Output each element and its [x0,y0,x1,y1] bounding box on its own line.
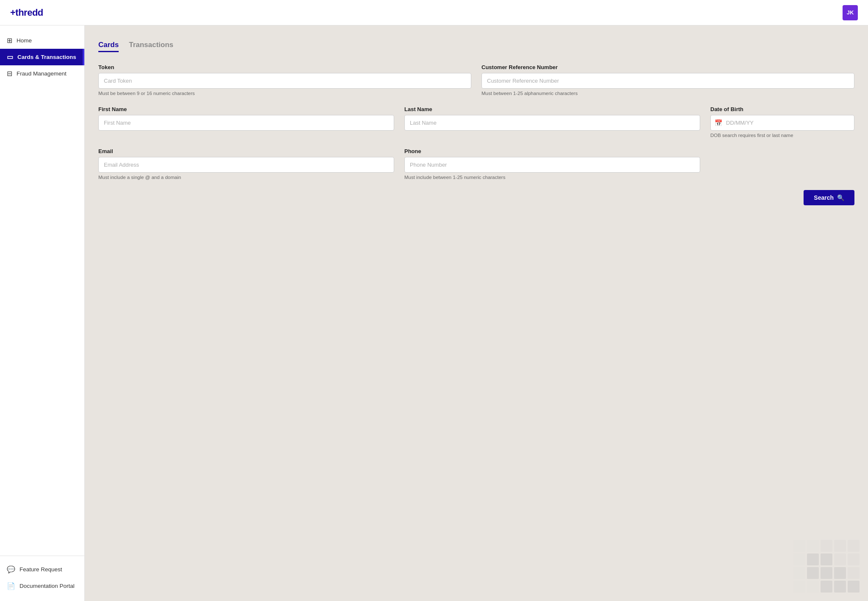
sidebar-item-label: Documentation Portal [19,583,75,589]
sidebar-item-label: Feature Request [19,566,62,573]
dob-group: Date of Birth 📅 DOB search requires firs… [710,106,854,138]
dob-input[interactable] [710,115,854,131]
email-input[interactable] [98,157,394,173]
sidebar-item-home[interactable]: ⊞ Home [0,32,84,49]
token-group: Token Must be between 9 or 16 numeric ch… [98,64,471,96]
deco-cell [807,581,819,593]
token-input[interactable] [98,73,471,89]
deco-cell [848,567,860,579]
customer-ref-group: Customer Reference Number Must between 1… [481,64,854,96]
documentation-icon: 📄 [7,582,15,590]
phone-group: Phone Must include between 1-25 numeric … [404,148,700,180]
form-row-1: Token Must be between 9 or 16 numeric ch… [98,64,854,96]
first-name-group: First Name [98,106,394,138]
user-avatar[interactable]: JK [843,5,858,20]
deco-cell [834,540,846,552]
first-name-input[interactable] [98,115,394,131]
deco-cell [821,553,832,565]
phone-hint: Must include between 1-25 numeric charac… [404,175,700,180]
deco-cell [848,581,860,593]
app-layout: ⊞ Home ▭ Cards & Transactions ⊟ Fraud Ma… [0,25,868,601]
sidebar-item-documentation-portal[interactable]: 📄 Documentation Portal [0,578,84,594]
sidebar-item-label: Cards & Transactions [17,54,76,60]
deco-cell [793,581,805,593]
deco-cell [821,581,832,593]
form-row-2: First Name Last Name Date of Birth 📅 DOB… [98,106,854,138]
email-hint: Must include a single @ and a domain [98,175,394,180]
sidebar: ⊞ Home ▭ Cards & Transactions ⊟ Fraud Ma… [0,25,85,601]
sidebar-bottom: 💬 Feature Request 📄 Documentation Portal [0,556,84,594]
phone-label: Phone [404,148,700,154]
phone-input[interactable] [404,157,700,173]
last-name-label: Last Name [404,106,700,112]
last-name-group: Last Name [404,106,700,138]
first-name-label: First Name [98,106,394,112]
app-logo: +thredd [10,7,43,18]
feature-request-icon: 💬 [7,565,15,573]
search-icon: 🔍 [837,194,844,201]
tab-cards[interactable]: Cards [98,39,119,52]
deco-cell [848,553,860,565]
sidebar-nav: ⊞ Home ▭ Cards & Transactions ⊟ Fraud Ma… [0,32,84,556]
deco-cell [848,540,860,552]
main-content: Cards Transactions Token Must be between… [85,25,868,601]
search-button[interactable]: Search 🔍 [804,190,854,205]
top-header: +thredd JK [0,0,868,25]
form-row-3: Email Must include a single @ and a doma… [98,148,854,180]
search-form: Token Must be between 9 or 16 numeric ch… [98,64,854,205]
customer-ref-hint: Must between 1-25 alphanumeric character… [481,91,854,96]
deco-cell [807,567,819,579]
search-button-label: Search [814,194,834,201]
token-label: Token [98,64,471,70]
dob-label: Date of Birth [710,106,854,112]
deco-cell [807,540,819,552]
token-hint: Must be between 9 or 16 numeric characte… [98,91,471,96]
email-group: Email Must include a single @ and a doma… [98,148,394,180]
deco-cell [834,553,846,565]
search-btn-row: Search 🔍 [98,190,854,205]
deco-cell [793,567,805,579]
deco-cell [821,567,832,579]
deco-cell [793,553,805,565]
sidebar-item-label: Fraud Management [17,70,67,77]
sidebar-item-label: Home [17,37,32,44]
decorative-grid [793,540,860,593]
dob-input-wrap: 📅 [710,115,854,131]
sidebar-item-fraud-management[interactable]: ⊟ Fraud Management [0,65,84,82]
deco-cell [834,567,846,579]
deco-cell [793,540,805,552]
home-icon: ⊞ [7,36,12,45]
customer-ref-input[interactable] [481,73,854,89]
tab-transactions[interactable]: Transactions [129,39,173,52]
tab-bar: Cards Transactions [98,39,854,52]
deco-cell [821,540,832,552]
customer-ref-label: Customer Reference Number [481,64,854,70]
sidebar-item-cards-transactions[interactable]: ▭ Cards & Transactions [0,49,84,65]
deco-cell [807,553,819,565]
fraud-icon: ⊟ [7,70,12,78]
last-name-input[interactable] [404,115,700,131]
deco-cell [834,581,846,593]
sidebar-item-feature-request[interactable]: 💬 Feature Request [0,561,84,578]
cards-icon: ▭ [7,53,13,61]
dob-hint: DOB search requires first or last name [710,133,854,138]
email-label: Email [98,148,394,154]
